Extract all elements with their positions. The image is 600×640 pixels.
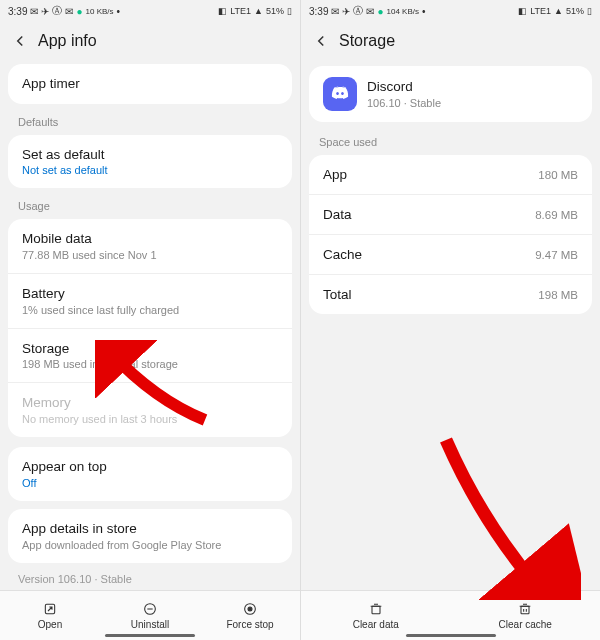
svg-rect-6 [372,606,380,613]
svg-point-4 [248,607,252,611]
page-title: Storage [339,32,395,50]
row-total-size: Total 198 MB [309,275,592,314]
status-icon: ● [377,6,383,17]
screen-app-info: 3:39 ✉ ✈ Ⓐ ✉ ● 10 KB/s • ◧ LTE1 ▲ 51% ▯ … [0,0,300,640]
clear-data-button[interactable]: Clear data [301,591,451,640]
row-appear-on-top[interactable]: Appear on top Off [8,447,292,501]
kv-val: 9.47 MB [535,249,578,261]
bottom-bar: Clear data Clear cache [301,590,600,640]
back-button[interactable] [311,31,331,51]
clear-cache-button[interactable]: Clear cache [451,591,601,640]
kv-key: Data [323,207,352,222]
row-data-size: Data 8.69 MB [309,195,592,235]
row-sub: Off [22,477,278,490]
open-button[interactable]: Open [0,591,100,640]
section-defaults: Defaults [0,108,300,131]
row-app-size: App 180 MB [309,155,592,195]
lte-label: LTE1 [230,6,251,16]
status-time: 3:39 [8,6,27,17]
btn-label: Clear data [353,619,399,630]
status-icon: ✉ [366,6,374,17]
section-space-used: Space used [301,128,600,151]
status-icon: Ⓐ [353,4,363,18]
svg-rect-7 [521,606,529,613]
row-sub: Not set as default [22,164,278,177]
status-icon: ✉ [65,6,73,17]
row-label: Set as default [22,146,278,164]
kv-val: 8.69 MB [535,209,578,221]
lte-label: LTE1 [530,6,551,16]
minus-circle-icon [142,601,158,617]
page-title: App info [38,32,97,50]
row-sub: 198 MB used in Internal storage [22,358,278,371]
wifi-icon: ◧ [518,6,527,16]
discord-icon [323,77,357,111]
status-icon: Ⓐ [52,4,62,18]
telegram-icon: ✈ [342,6,350,17]
signal-icon: ▲ [554,6,563,16]
row-sub: No memory used in last 3 hours [22,413,278,426]
header: App info [0,22,300,60]
status-bar: 3:39 ✉ ✈ Ⓐ ✉ ● 10 KB/s • ◧ LTE1 ▲ 51% ▯ [0,0,300,22]
kv-key: Cache [323,247,362,262]
btn-label: Open [38,619,62,630]
status-icon: ✉ [331,6,339,17]
row-sub: 1% used since last fully charged [22,304,278,317]
content-scroll[interactable]: App timer Defaults Set as default Not se… [0,60,300,590]
status-icon: ● [76,6,82,17]
btn-label: Uninstall [131,619,169,630]
battery-icon: ▯ [287,6,292,16]
status-more: • [117,6,121,17]
row-label: Memory [22,394,278,412]
battery-pct: 51% [266,6,284,16]
trash-data-icon [368,601,384,617]
btn-label: Force stop [226,619,273,630]
wifi-icon: ◧ [218,6,227,16]
row-cache-size: Cache 9.47 MB [309,235,592,275]
row-set-default[interactable]: Set as default Not set as default [8,135,292,189]
row-memory[interactable]: Memory No memory used in last 3 hours [8,383,292,437]
kv-key: App [323,167,347,182]
net-speed: 10 KB/s [86,7,114,16]
row-mobile-data[interactable]: Mobile data 77.88 MB used since Nov 1 [8,219,292,274]
section-usage: Usage [0,192,300,215]
version-label: Version 106.10 · Stable [0,567,300,590]
btn-label: Clear cache [499,619,552,630]
row-label: Storage [22,340,278,358]
row-battery[interactable]: Battery 1% used since last fully charged [8,274,292,329]
status-more: • [422,6,426,17]
status-icon: ✉ [30,6,38,17]
net-speed: 104 KB/s [387,7,419,16]
row-app-details[interactable]: App details in store App downloaded from… [8,509,292,563]
open-icon [42,601,58,617]
kv-val: 198 MB [538,289,578,301]
battery-icon: ▯ [587,6,592,16]
row-label: Battery [22,285,278,303]
screen-storage: 3:39 ✉ ✈ Ⓐ ✉ ● 104 KB/s • ◧ LTE1 ▲ 51% ▯… [300,0,600,640]
home-indicator[interactable] [406,634,496,637]
back-button[interactable] [10,31,30,51]
kv-key: Total [323,287,352,302]
row-sub: 77.88 MB used since Nov 1 [22,249,278,262]
trash-cache-icon [517,601,533,617]
row-sub: App downloaded from Google Play Store [22,539,278,552]
content-scroll[interactable]: Discord 106.10 · Stable Space used App 1… [301,60,600,590]
app-version: 106.10 · Stable [367,97,441,110]
row-label: Mobile data [22,230,278,248]
signal-icon: ▲ [254,6,263,16]
row-app-timer[interactable]: App timer [8,64,292,104]
uninstall-button[interactable]: Uninstall [100,591,200,640]
kv-val: 180 MB [538,169,578,181]
row-label: App timer [22,75,278,93]
app-header-row: Discord 106.10 · Stable [309,66,592,122]
force-stop-button[interactable]: Force stop [200,591,300,640]
bottom-bar: Open Uninstall Force stop [0,590,300,640]
header: Storage [301,22,600,60]
row-storage[interactable]: Storage 198 MB used in Internal storage [8,329,292,384]
telegram-icon: ✈ [41,6,49,17]
status-bar: 3:39 ✉ ✈ Ⓐ ✉ ● 104 KB/s • ◧ LTE1 ▲ 51% ▯ [301,0,600,22]
battery-pct: 51% [566,6,584,16]
row-label: App details in store [22,520,278,538]
home-indicator[interactable] [105,634,195,637]
app-name: Discord [367,78,441,96]
